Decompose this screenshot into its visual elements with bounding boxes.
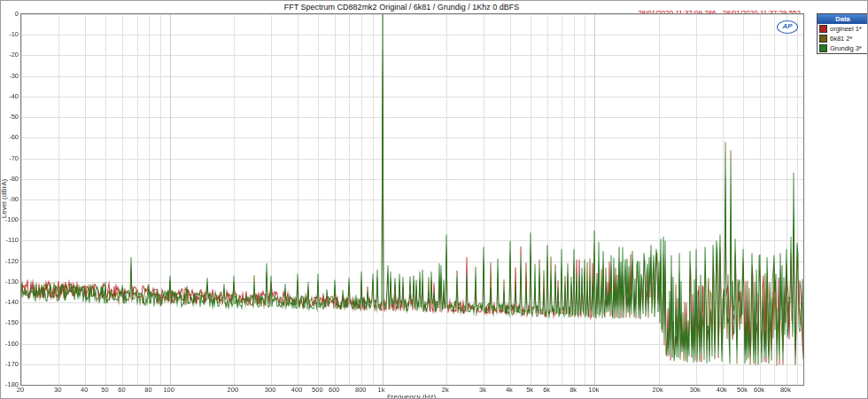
ap-logo-text: AP <box>782 22 792 30</box>
y-tick-label: -130 <box>3 278 19 286</box>
y-tick-label: -10 <box>3 30 19 38</box>
legend-color-swatch <box>819 35 827 43</box>
y-tick-label: -140 <box>3 298 19 306</box>
plot-area: AP <box>20 13 804 386</box>
y-tick-label: -20 <box>3 51 19 59</box>
y-tick-label: -170 <box>3 360 19 368</box>
legend-header: Data <box>818 14 868 24</box>
fft-spectrum-window: FFT Spectrum CD882mk2 Original / 6k81 / … <box>0 0 868 399</box>
legend-item-label: 6k81 2ᵉ <box>830 35 852 43</box>
y-tick-label: -50 <box>3 113 19 121</box>
y-tick-label: -100 <box>3 215 19 223</box>
legend-color-swatch <box>819 44 827 52</box>
y-tick-label: -110 <box>3 236 19 244</box>
legend-item[interactable]: orgineel 1ᵉ <box>818 24 868 34</box>
legend-item[interactable]: Grundig 3ᵉ <box>818 43 868 53</box>
legend-panel: Data orgineel 1ᵉ6k81 2ᵉGrundig 3ᵉ <box>817 13 868 54</box>
y-tick-label: -80 <box>3 175 19 183</box>
y-tick-label: -40 <box>3 92 19 100</box>
legend-rows: orgineel 1ᵉ6k81 2ᵉGrundig 3ᵉ <box>818 24 868 53</box>
legend-item[interactable]: 6k81 2ᵉ <box>818 34 868 43</box>
y-tick-label: -70 <box>3 154 19 162</box>
legend-color-swatch <box>819 25 827 33</box>
y-tick-label: -150 <box>3 318 19 326</box>
ap-logo-icon: AP <box>777 20 798 34</box>
x-axis-title: Frequency (Hz) <box>20 393 802 399</box>
y-tick-label: -120 <box>3 257 19 265</box>
y-tick-label: 0 <box>3 10 19 18</box>
y-tick-label: -90 <box>3 195 19 203</box>
y-tick-label: -160 <box>3 340 19 348</box>
legend-item-label: orgineel 1ᵉ <box>830 25 862 33</box>
spectrum-canvas <box>21 14 803 385</box>
y-tick-label: -60 <box>3 133 19 141</box>
y-tick-label: -30 <box>3 72 19 80</box>
legend-item-label: Grundig 3ᵉ <box>830 44 862 52</box>
